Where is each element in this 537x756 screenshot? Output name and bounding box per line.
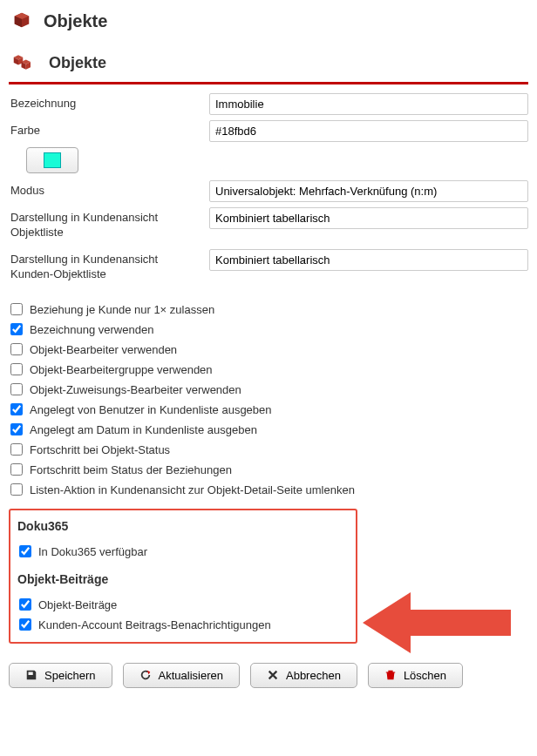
checkbox-objekt-bearbeiter[interactable]: [10, 343, 23, 355]
checkbox-label: Fortschritt bei Objekt-Status: [30, 443, 170, 456]
checkbox-label: Angelegt am Datum in Kundenliste ausgebe…: [30, 423, 257, 436]
checkbox-label: Fortschritt beim Status der Beziehungen: [30, 463, 232, 476]
button-label: Speichern: [44, 669, 96, 682]
checkbox-label: Listen-Aktion in Kundenansicht zur Objek…: [30, 483, 355, 496]
checkbox-label: Beziehung je Kunde nur 1× zulassen: [30, 303, 214, 316]
checkbox-listen-aktion[interactable]: [10, 483, 23, 496]
refresh-icon: [139, 669, 152, 681]
annotation-arrow-icon: [363, 592, 511, 653]
input-darstellung-kunden[interactable]: [209, 249, 528, 271]
page-title: Objekte: [44, 11, 107, 31]
button-label: Aktualisieren: [159, 669, 223, 682]
save-icon: [25, 669, 37, 681]
checkbox-fortschritt-status[interactable]: [10, 443, 23, 456]
checkbox-objekt-zuweisung[interactable]: [10, 383, 23, 395]
label-darstellung-objektliste: Darstellung in Kundenansicht Objektliste: [9, 207, 209, 244]
color-picker-button[interactable]: [26, 147, 78, 173]
input-darstellung-objektliste[interactable]: [209, 207, 528, 229]
checkbox-label: Objekt-Bearbeiter verwenden: [30, 343, 177, 356]
checkbox-fortschritt-beziehung[interactable]: [10, 463, 23, 476]
objekt-beitraege-heading: Objekt-Beiträge: [17, 572, 347, 586]
input-farbe[interactable]: [209, 120, 528, 142]
label-bezeichnung: Bezeichnung: [9, 93, 209, 115]
boxes-icon: [12, 51, 37, 75]
checkbox-beziehung-1x[interactable]: [10, 303, 23, 315]
checkbox-angelegt-benutzer[interactable]: [10, 403, 23, 415]
cancel-button[interactable]: Abbrechen: [250, 663, 357, 688]
section-title: Objekte: [49, 54, 106, 72]
button-label: Abbrechen: [286, 669, 341, 682]
box-icon: [12, 10, 31, 32]
button-label: Löschen: [404, 669, 446, 682]
label-modus: Modus: [9, 180, 209, 202]
checkbox-objekt-beitraege[interactable]: [19, 598, 31, 611]
delete-button[interactable]: Löschen: [368, 663, 463, 688]
checkbox-doku365-verfuegbar[interactable]: [19, 545, 31, 557]
checkbox-label: Objekt-Bearbeitergruppe verwenden: [30, 363, 213, 376]
checkbox-kunden-benachrichtigung[interactable]: [19, 618, 31, 631]
close-icon: [267, 669, 279, 681]
input-modus[interactable]: [209, 180, 528, 202]
doku365-heading: Doku365: [17, 519, 347, 533]
label-farbe: Farbe: [9, 120, 209, 142]
checkbox-label: Bezeichnung verwenden: [30, 323, 153, 336]
checkbox-label: In Doku365 verfügbar: [38, 545, 147, 558]
checkbox-label: Objekt-Beiträge: [38, 598, 117, 611]
refresh-button[interactable]: Aktualisieren: [123, 663, 240, 688]
label-darstellung-kunden: Darstellung in Kundenansicht Kunden-Obje…: [9, 249, 209, 286]
input-bezeichnung[interactable]: [209, 93, 528, 115]
checkbox-label: Angelegt von Benutzer in Kundenliste aus…: [30, 403, 272, 416]
checkbox-label: Kunden-Account Beitrags-Benachrichtigung…: [38, 618, 271, 631]
save-button[interactable]: Speichern: [9, 663, 112, 688]
checkbox-label: Objekt-Zuweisungs-Bearbeiter verwenden: [30, 383, 241, 396]
checkbox-bezeichnung-verwenden[interactable]: [10, 323, 23, 335]
color-swatch-icon: [44, 152, 61, 168]
checkbox-objekt-bearbeitergruppe[interactable]: [10, 363, 23, 375]
checkbox-angelegt-datum[interactable]: [10, 423, 23, 435]
trash-icon: [384, 669, 397, 681]
